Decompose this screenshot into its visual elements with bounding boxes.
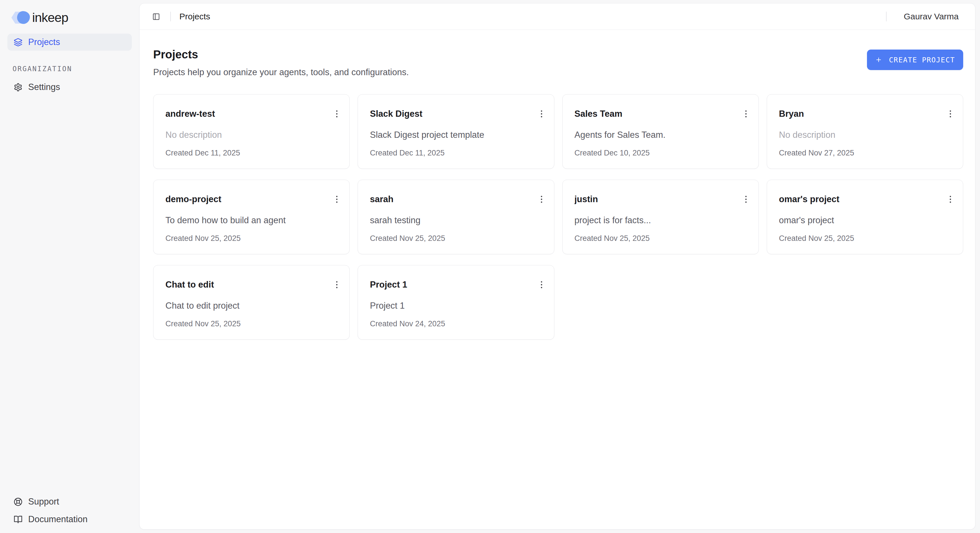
- project-card[interactable]: Chat to edit Chat to edit project Create…: [153, 265, 350, 340]
- life-buoy-icon: [14, 497, 22, 506]
- project-card-menu-button[interactable]: [535, 278, 548, 291]
- project-card[interactable]: sarah sarah testing Created Nov 25, 2025: [358, 180, 554, 254]
- sidebar-item-settings[interactable]: Settings: [7, 79, 132, 95]
- project-card[interactable]: omar's project omar's project Created No…: [767, 180, 963, 254]
- app-root: inkeep Projects ORGANIZATION Settings: [0, 0, 980, 533]
- project-card-created: Created Nov 24, 2025: [370, 320, 542, 328]
- sidebar-toggle-button[interactable]: [150, 11, 162, 22]
- main-panel: Projects Gaurav Varma Projects Projects …: [139, 3, 975, 530]
- sidebar-item-documentation[interactable]: Documentation: [7, 511, 132, 527]
- inkeep-logo-text: inkeep: [32, 10, 68, 25]
- sidebar-item-label: Support: [28, 496, 59, 507]
- project-card-description: Project 1: [370, 301, 542, 311]
- project-card-created: Created Nov 25, 2025: [165, 320, 337, 328]
- project-card-description: sarah testing: [370, 215, 542, 226]
- breadcrumb: Projects: [179, 12, 210, 21]
- layers-icon: [14, 38, 22, 47]
- sidebar-section-organization: ORGANIZATION: [13, 65, 132, 73]
- ellipsis-vertical-icon: [537, 109, 546, 119]
- ellipsis-vertical-icon: [945, 194, 955, 204]
- sidebar-item-label: Documentation: [28, 514, 88, 525]
- ellipsis-vertical-icon: [332, 194, 342, 204]
- project-card-description: No description: [779, 130, 951, 140]
- project-card-menu-button[interactable]: [740, 193, 752, 205]
- project-card-title: Sales Team: [574, 109, 746, 119]
- sidebar-item-label: Settings: [28, 82, 60, 92]
- project-card-menu-button[interactable]: [331, 108, 343, 120]
- ellipsis-vertical-icon: [537, 280, 546, 290]
- project-card-created: Created Nov 25, 2025: [165, 234, 337, 243]
- project-card-title: Chat to edit: [165, 280, 337, 290]
- ellipsis-vertical-icon: [945, 109, 955, 119]
- header-divider: [170, 12, 171, 21]
- project-card-menu-button[interactable]: [944, 193, 957, 205]
- header-divider: [886, 12, 887, 21]
- gear-icon: [14, 83, 22, 92]
- sidebar-item-projects[interactable]: Projects: [7, 33, 132, 51]
- project-card-title: andrew-test: [165, 109, 337, 119]
- topbar: Projects Gaurav Varma: [140, 3, 975, 30]
- project-card-menu-button[interactable]: [740, 108, 752, 120]
- project-card[interactable]: justin project is for facts... Created N…: [562, 180, 759, 254]
- project-card-menu-button[interactable]: [535, 193, 548, 205]
- page-head: Projects Projects help you organize your…: [153, 48, 963, 78]
- project-card[interactable]: demo-project To demo how to build an age…: [153, 180, 350, 254]
- ellipsis-vertical-icon: [332, 109, 342, 119]
- sidebar: inkeep Projects ORGANIZATION Settings: [0, 0, 139, 533]
- page-title: Projects: [153, 48, 409, 60]
- project-card-description: project is for facts...: [574, 215, 746, 226]
- project-card-description: Chat to edit project: [165, 301, 337, 311]
- ellipsis-vertical-icon: [741, 194, 751, 204]
- project-card-title: justin: [574, 194, 746, 204]
- project-card-created: Created Nov 25, 2025: [574, 234, 746, 243]
- project-card-title: omar's project: [779, 194, 951, 204]
- project-card-menu-button[interactable]: [535, 108, 548, 120]
- project-card-created: Created Dec 10, 2025: [574, 149, 746, 157]
- project-card-description: No description: [165, 130, 337, 140]
- project-card-created: Created Dec 11, 2025: [370, 149, 542, 157]
- panel-left-icon: [152, 13, 160, 21]
- create-project-button[interactable]: CREATE PROJECT: [867, 49, 963, 70]
- inkeep-logo-icon: [11, 11, 30, 24]
- project-card-menu-button[interactable]: [331, 278, 343, 291]
- inkeep-logo[interactable]: inkeep: [11, 10, 132, 25]
- project-card-menu-button[interactable]: [331, 193, 343, 205]
- page-title-block: Projects Projects help you organize your…: [153, 48, 409, 78]
- ellipsis-vertical-icon: [741, 109, 751, 119]
- project-card[interactable]: andrew-test No description Created Dec 1…: [153, 94, 350, 169]
- project-card-description: Slack Digest project template: [370, 130, 542, 140]
- ellipsis-vertical-icon: [537, 194, 546, 204]
- page-content: Projects Projects help you organize your…: [140, 30, 975, 529]
- project-card[interactable]: Slack Digest Slack Digest project templa…: [358, 94, 554, 169]
- project-card-description: Agents for Sales Team.: [574, 130, 746, 140]
- sidebar-item-support[interactable]: Support: [7, 494, 132, 510]
- project-card-title: Project 1: [370, 280, 542, 290]
- book-open-icon: [14, 515, 22, 524]
- project-card-title: Bryan: [779, 109, 951, 119]
- project-card[interactable]: Bryan No description Created Nov 27, 202…: [767, 94, 963, 169]
- project-card-created: Created Nov 27, 2025: [779, 149, 951, 157]
- project-card-created: Created Nov 25, 2025: [779, 234, 951, 243]
- project-card[interactable]: Project 1 Project 1 Created Nov 24, 2025: [358, 265, 554, 340]
- project-card-title: demo-project: [165, 194, 337, 204]
- project-card-description: To demo how to build an agent: [165, 215, 337, 226]
- project-card-title: sarah: [370, 194, 542, 204]
- sidebar-item-label: Projects: [28, 37, 60, 47]
- plus-icon: [875, 56, 882, 63]
- project-card[interactable]: Sales Team Agents for Sales Team. Create…: [562, 94, 759, 169]
- project-card-created: Created Dec 11, 2025: [165, 149, 337, 157]
- projects-grid: andrew-test No description Created Dec 1…: [153, 94, 963, 340]
- project-card-created: Created Nov 25, 2025: [370, 234, 542, 243]
- create-project-button-label: CREATE PROJECT: [889, 56, 955, 64]
- project-card-description: omar's project: [779, 215, 951, 226]
- user-menu-button[interactable]: Gaurav Varma: [904, 12, 959, 21]
- project-card-menu-button[interactable]: [944, 108, 957, 120]
- ellipsis-vertical-icon: [332, 280, 342, 290]
- project-card-title: Slack Digest: [370, 109, 542, 119]
- page-subtitle: Projects help you organize your agents, …: [153, 67, 409, 78]
